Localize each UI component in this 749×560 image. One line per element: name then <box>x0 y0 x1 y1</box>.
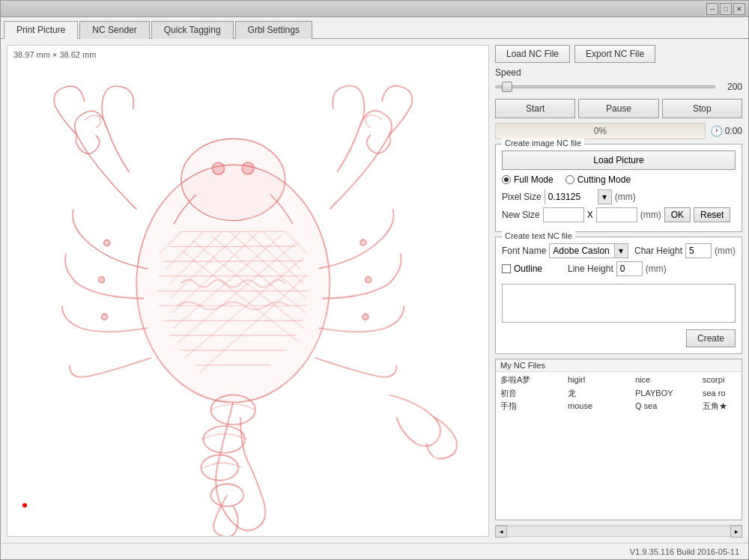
stop-button[interactable]: Stop <box>662 99 742 118</box>
svg-point-26 <box>242 162 254 174</box>
create-text-nc-group: Create text NC file Font Name Adobe Casl… <box>495 237 742 354</box>
svg-point-1 <box>181 139 285 220</box>
minimize-button[interactable]: ─ <box>706 3 718 15</box>
clock-icon: 🕐 <box>710 125 723 137</box>
nc-file-item[interactable]: higirl <box>568 374 620 387</box>
nc-file-item[interactable]: Q sea <box>635 400 688 413</box>
control-buttons-row: Start Pause Stop <box>495 99 742 118</box>
svg-point-35 <box>99 277 105 283</box>
time-badge: 🕐 0:00 <box>710 125 742 137</box>
nc-files-row-1: 初音 龙 PLAYBOY sea ro <box>500 387 737 401</box>
font-select[interactable]: Adobe Caslon ▾ <box>549 243 628 258</box>
scroll-left-button[interactable]: ◂ <box>495 526 507 538</box>
pixel-size-row: Pixel Size ▾ (mm) <box>502 189 736 204</box>
nc-file-item[interactable]: 五角★ <box>703 400 742 413</box>
speed-slider[interactable] <box>495 79 715 94</box>
main-content: 38.97 mm × 38.62 mm <box>1 39 748 543</box>
cutting-mode-radio-circle <box>565 175 574 184</box>
nc-file-item[interactable]: 初音 <box>500 387 553 401</box>
pixel-unit: (mm) <box>615 192 636 202</box>
time-value: 0:00 <box>725 126 742 136</box>
pixel-size-dropdown[interactable]: ▾ <box>598 190 611 204</box>
line-height-label: Line Height <box>568 264 613 274</box>
close-button[interactable]: ✕ <box>733 3 745 15</box>
reset-button[interactable]: Reset <box>694 207 730 222</box>
progress-bar: 0% <box>495 123 706 139</box>
new-size-unit: (mm) <box>640 210 661 220</box>
char-height-input[interactable] <box>685 243 712 258</box>
speed-label: Speed <box>495 67 742 78</box>
full-mode-radio[interactable]: Full Mode <box>502 174 554 185</box>
nc-files-row-2: 手指 mouse Q sea 五角★ <box>500 400 737 413</box>
main-window: ─ □ ✕ Print Picture NC Sender Quick Tagg… <box>0 0 749 560</box>
scorpion-image <box>7 46 488 536</box>
x-separator: X <box>587 210 593 220</box>
scroll-right-button[interactable]: ▸ <box>730 526 742 538</box>
svg-point-38 <box>366 277 372 283</box>
dimension-label: 38.97 mm × 38.62 mm <box>13 50 96 59</box>
new-size-x-input[interactable] <box>543 207 584 222</box>
create-btn-row: Create <box>502 329 736 347</box>
nc-file-item[interactable]: scorpi <box>703 374 742 387</box>
svg-point-37 <box>360 240 366 246</box>
nc-file-item[interactable]: sea ro <box>703 387 742 401</box>
create-image-nc-group: Create image NC file Load Picture Full M… <box>495 144 742 232</box>
tab-nc-sender[interactable]: NC Sender <box>79 21 149 39</box>
create-text-nc-title: Create text NC file <box>502 231 575 240</box>
tab-print-picture[interactable]: Print Picture <box>4 21 78 39</box>
svg-point-25 <box>212 162 224 174</box>
horizontal-scrollbar[interactable]: ◂ ▸ <box>495 525 742 537</box>
outline-checkbox[interactable] <box>502 264 511 273</box>
tab-grbl-settings[interactable]: Grbl Settings <box>235 21 312 39</box>
start-button[interactable]: Start <box>495 99 575 118</box>
speed-value: 200 <box>720 82 742 92</box>
full-mode-radio-circle <box>502 175 511 184</box>
font-name-label: Font Name <box>502 246 546 256</box>
canvas-area: 38.97 mm × 38.62 mm <box>7 45 489 537</box>
tab-bar: Print Picture NC Sender Quick Tagging Gr… <box>1 17 748 39</box>
export-nc-file-button[interactable]: Export NC File <box>574 45 655 63</box>
slider-thumb[interactable] <box>502 82 512 92</box>
maximize-button[interactable]: □ <box>720 3 732 15</box>
nc-file-item[interactable]: PLAYBOY <box>635 387 688 401</box>
line-height-input[interactable] <box>616 261 643 276</box>
tab-quick-tagging[interactable]: Quick Tagging <box>151 21 234 39</box>
char-height-unit: (mm) <box>715 246 736 256</box>
font-dropdown-arrow[interactable]: ▾ <box>614 244 628 258</box>
font-name-value: Adobe Caslon <box>550 246 614 256</box>
my-nc-files: My NC Files 多啦A梦 higirl nice scorpi 初音 龙… <box>495 359 742 520</box>
slider-track <box>495 85 715 88</box>
mode-radio-row: Full Mode Cutting Mode <box>502 174 736 185</box>
create-button[interactable]: Create <box>686 329 736 347</box>
ok-button[interactable]: OK <box>664 207 691 222</box>
speed-row: 200 <box>495 79 742 94</box>
outline-row: Outline Line Height (mm) <box>502 261 736 276</box>
pixel-size-input[interactable] <box>545 189 598 204</box>
svg-point-5 <box>210 484 243 507</box>
new-size-y-input[interactable] <box>596 207 637 222</box>
full-mode-label: Full Mode <box>514 174 554 185</box>
load-picture-button[interactable]: Load Picture <box>502 150 736 170</box>
svg-point-34 <box>103 240 109 246</box>
title-bar: ─ □ ✕ <box>1 1 748 17</box>
nc-file-item[interactable]: mouse <box>568 400 620 413</box>
text-input[interactable] <box>502 284 736 323</box>
nc-files-row-0: 多啦A梦 higirl nice scorpi <box>500 374 737 387</box>
nc-files-title: My NC Files <box>496 359 742 372</box>
cutting-mode-radio[interactable]: Cutting Mode <box>565 174 631 185</box>
nc-file-item[interactable]: nice <box>635 374 688 387</box>
scroll-track[interactable] <box>507 526 730 537</box>
pause-button[interactable]: Pause <box>578 99 658 118</box>
pixel-size-label: Pixel Size <box>502 192 542 202</box>
create-image-nc-title: Create image NC file <box>502 139 584 147</box>
svg-point-4 <box>201 455 238 481</box>
progress-row: 0% 🕐 0:00 <box>495 123 742 139</box>
nc-file-item[interactable]: 手指 <box>500 400 553 413</box>
position-dot <box>22 503 27 508</box>
nc-file-item[interactable]: 多啦A梦 <box>500 374 553 387</box>
version-label: V1.9.35.116 Build 2016-05-11 <box>630 547 739 556</box>
nc-file-item[interactable]: 龙 <box>568 387 620 401</box>
outline-checkbox-item[interactable]: Outline <box>502 264 542 274</box>
load-nc-file-button[interactable]: Load NC File <box>495 45 570 63</box>
file-buttons-row: Load NC File Export NC File <box>495 45 742 63</box>
